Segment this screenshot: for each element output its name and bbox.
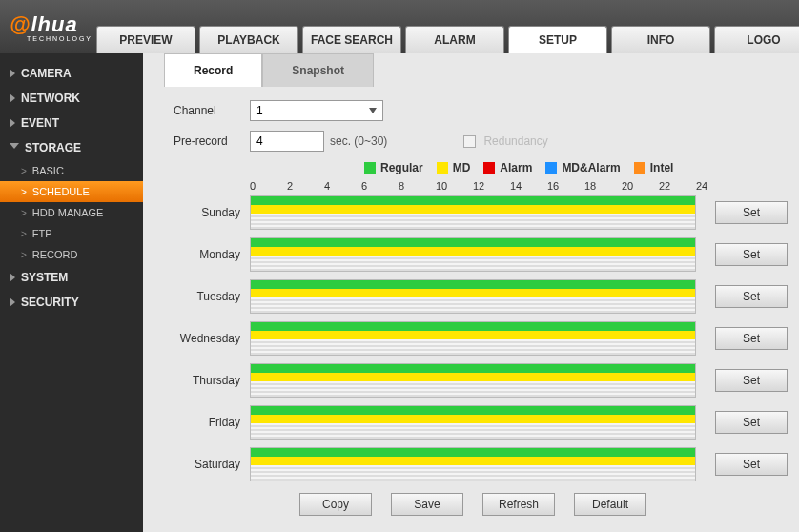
main-panel: RecordSnapshot Channel 1 Pre-record sec.…: [143, 53, 799, 532]
hour-tick: 4: [324, 180, 361, 192]
hour-tick: 24: [696, 180, 715, 192]
sidebar-item-storage[interactable]: STORAGE: [0, 135, 143, 160]
prerecord-label: Pre-record: [174, 134, 250, 148]
set-button-friday[interactable]: Set: [715, 411, 788, 434]
set-button-thursday[interactable]: Set: [715, 369, 788, 392]
set-button-saturday[interactable]: Set: [715, 453, 788, 476]
chevron-right-icon: >: [21, 229, 27, 239]
chevron-icon: [10, 297, 15, 307]
sidebar-item-network[interactable]: NETWORK: [0, 86, 143, 111]
sidebar-item-event[interactable]: EVENT: [0, 111, 143, 135]
save-button[interactable]: Save: [391, 493, 463, 516]
sidebar-sub-label: SCHEDULE: [32, 186, 90, 197]
day-row-thursday: ThursdaySet: [174, 359, 789, 401]
inner-tabs: RecordSnapshot: [164, 53, 799, 87]
sidebar-item-system[interactable]: SYSTEM: [0, 265, 143, 290]
day-label: Tuesday: [174, 290, 250, 303]
body: CAMERANETWORKEVENTSTORAGE>BASIC>SCHEDULE…: [0, 53, 799, 532]
set-button-monday[interactable]: Set: [715, 243, 788, 266]
sidebar-item-security[interactable]: SECURITY: [0, 290, 143, 315]
hour-tick: 0: [250, 180, 287, 192]
day-label: Monday: [174, 248, 250, 261]
set-button-wednesday[interactable]: Set: [715, 327, 788, 350]
legend-md: MD: [437, 161, 471, 174]
sidebar-item-label: CAMERA: [21, 67, 72, 80]
brand-text: @lhuaTECHNOLOGY: [10, 12, 92, 42]
sidebar-item-label: EVENT: [21, 116, 59, 130]
channel-value: 1: [256, 104, 263, 117]
sidebar-sub-record[interactable]: >RECORD: [0, 244, 143, 265]
legend-mdalarm: MD&Alarm: [545, 161, 620, 174]
bottom-button-bar: CopySaveRefreshDefault: [250, 493, 696, 516]
sidebar-item-label: NETWORK: [21, 92, 80, 105]
legend-alarm: Alarm: [483, 161, 532, 174]
chevron-right-icon: >: [21, 187, 27, 197]
sidebar-sub-ftp[interactable]: >FTP: [0, 223, 143, 244]
legend-intel: Intel: [634, 161, 674, 174]
day-label: Friday: [174, 416, 250, 429]
refresh-button[interactable]: Refresh: [482, 493, 555, 516]
schedule-bar[interactable]: [250, 321, 696, 356]
sidebar-sub-label: FTP: [32, 228, 52, 239]
default-button[interactable]: Default: [574, 493, 646, 516]
top-tab-info[interactable]: INFO: [611, 26, 710, 53]
day-rows: SundaySetMondaySetTuesdaySetWednesdaySet…: [174, 192, 789, 485]
schedule-bar[interactable]: [250, 363, 696, 398]
chevron-icon: [10, 69, 15, 78]
day-row-saturday: SaturdaySet: [174, 443, 789, 485]
sidebar-item-camera[interactable]: CAMERA: [0, 61, 143, 86]
square-icon: [545, 162, 557, 174]
sidebar-sub-label: BASIC: [32, 165, 64, 176]
chevron-icon: [10, 93, 15, 103]
chevron-down-icon: [369, 108, 377, 113]
day-row-monday: MondaySet: [174, 234, 789, 276]
channel-select[interactable]: 1: [250, 100, 383, 121]
prerecord-row: Pre-record sec. (0~30) Redundancy: [174, 131, 789, 152]
sidebar-sub-basic[interactable]: >BASIC: [0, 160, 143, 181]
sidebar-sub-hdd-manage[interactable]: >HDD MANAGE: [0, 202, 143, 223]
top-tab-playback[interactable]: PLAYBACK: [199, 26, 298, 53]
square-icon: [634, 162, 645, 174]
schedule-bar[interactable]: [250, 237, 696, 272]
top-tab-face-search[interactable]: FACE SEARCH: [302, 26, 401, 53]
hour-tick: 22: [659, 180, 696, 192]
sidebar: CAMERANETWORKEVENTSTORAGE>BASIC>SCHEDULE…: [0, 53, 143, 532]
day-row-sunday: SundaySet: [174, 192, 789, 234]
inner-tab-record[interactable]: Record: [164, 53, 262, 87]
prerecord-unit: sec. (0~30): [330, 134, 387, 148]
hour-tick: 14: [510, 180, 547, 192]
set-button-sunday[interactable]: Set: [715, 201, 788, 224]
chevron-right-icon: >: [21, 208, 27, 218]
schedule-bar[interactable]: [250, 405, 696, 440]
hour-tick: 2: [287, 180, 324, 192]
legend: Regular MD Alarm MD&Alarm Intel: [364, 161, 789, 174]
sidebar-item-label: STORAGE: [25, 141, 81, 154]
prerecord-input[interactable]: [250, 131, 324, 152]
day-row-wednesday: WednesdaySet: [174, 317, 789, 359]
redundancy-checkbox[interactable]: [463, 135, 476, 148]
hour-tick: 10: [436, 180, 473, 192]
schedule-bar[interactable]: [250, 195, 696, 230]
inner-tab-snapshot[interactable]: Snapshot: [262, 53, 374, 87]
schedule-panel: Channel 1 Pre-record sec. (0~30) Redunda…: [164, 87, 799, 520]
sidebar-item-label: SECURITY: [21, 296, 79, 309]
chevron-right-icon: >: [21, 166, 27, 176]
top-tab-alarm[interactable]: ALARM: [405, 26, 504, 53]
channel-row: Channel 1: [174, 100, 789, 121]
top-tab-preview[interactable]: PREVIEW: [96, 26, 195, 53]
day-label: Saturday: [174, 458, 250, 471]
channel-label: Channel: [174, 104, 250, 117]
top-nav-tabs: PREVIEWPLAYBACKFACE SEARCHALARMSETUPINFO…: [96, 26, 799, 53]
square-icon: [483, 162, 495, 174]
copy-button[interactable]: Copy: [299, 493, 372, 516]
chevron-icon: [10, 143, 19, 153]
app-header: @lhuaTECHNOLOGY PREVIEWPLAYBACKFACE SEAR…: [0, 0, 799, 53]
top-tab-setup[interactable]: SETUP: [508, 26, 607, 53]
day-label: Sunday: [174, 206, 250, 219]
set-button-tuesday[interactable]: Set: [715, 285, 788, 308]
legend-regular: Regular: [364, 161, 423, 174]
schedule-bar[interactable]: [250, 279, 696, 314]
sidebar-sub-schedule[interactable]: >SCHEDULE: [0, 181, 143, 202]
schedule-bar[interactable]: [250, 447, 696, 481]
top-tab-logo[interactable]: LOGO: [714, 26, 799, 53]
